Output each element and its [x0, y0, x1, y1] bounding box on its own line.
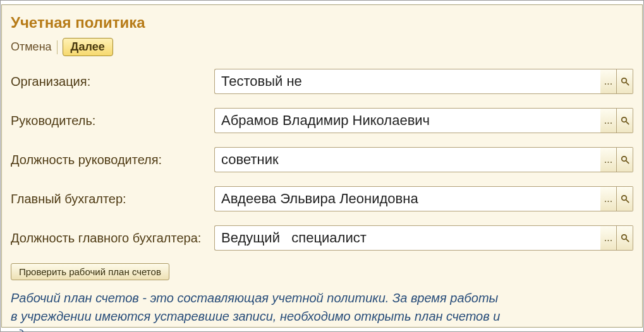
form: Организация: ... Руководитель: ... — [11, 69, 633, 251]
label-head-position: Должность руководителя: — [11, 153, 210, 167]
magnifier-icon — [621, 194, 629, 203]
svg-line-1 — [626, 83, 628, 85]
lookup-button-head-position[interactable] — [617, 147, 633, 172]
select-button-head[interactable]: ... — [600, 108, 617, 133]
select-button-accountant-position[interactable]: ... — [600, 225, 617, 251]
magnifier-icon — [621, 116, 629, 125]
ellipsis-icon: ... — [604, 76, 612, 87]
ctrl-head-position: ... — [214, 147, 633, 172]
app-window: Учетная политика Отмена Далее Организаци… — [0, 0, 644, 332]
ctrl-organization: ... — [214, 69, 633, 94]
ctrl-accountant: ... — [214, 186, 633, 211]
ctrl-accountant-position: ... — [214, 225, 633, 251]
info-note: Рабочий план счетов - это составляющая у… — [11, 289, 504, 332]
input-head[interactable] — [214, 108, 600, 133]
label-accountant-position: Должность главного бухгалтера: — [11, 231, 210, 246]
ellipsis-icon: ... — [604, 193, 612, 205]
lookup-button-accountant[interactable] — [617, 186, 633, 211]
magnifier-icon — [621, 77, 629, 86]
input-accountant[interactable] — [214, 186, 600, 211]
separator — [57, 40, 58, 54]
svg-line-3 — [626, 122, 628, 124]
ellipsis-icon: ... — [604, 154, 612, 165]
row-accountant: Главный бухгалтер: ... — [11, 186, 633, 211]
select-button-organization[interactable]: ... — [600, 69, 617, 94]
ellipsis-icon: ... — [604, 232, 612, 244]
cancel-button[interactable]: Отмена — [11, 40, 52, 54]
lookup-button-head[interactable] — [617, 108, 633, 133]
input-head-position[interactable] — [214, 147, 600, 172]
command-row: Отмена Далее — [11, 38, 633, 56]
svg-line-5 — [626, 161, 628, 163]
ctrl-head: ... — [214, 108, 633, 133]
select-button-accountant[interactable]: ... — [600, 186, 617, 211]
lookup-button-organization[interactable] — [617, 69, 633, 94]
check-plan-button[interactable]: Проверить рабочий план счетов — [11, 263, 169, 280]
label-head: Руководитель: — [11, 114, 210, 128]
svg-line-7 — [626, 200, 628, 203]
row-head-position: Должность руководителя: ... — [11, 147, 633, 172]
row-accountant-position: Должность главного бухгалтера: ... — [11, 225, 633, 251]
page-title: Учетная политика — [11, 14, 633, 32]
row-head: Руководитель: ... — [11, 108, 633, 133]
select-button-head-position[interactable]: ... — [600, 147, 617, 172]
row-organization: Организация: ... — [11, 69, 633, 94]
form-panel: Учетная политика Отмена Далее Организаци… — [1, 4, 643, 328]
svg-line-9 — [626, 239, 628, 242]
next-button[interactable]: Далее — [63, 38, 113, 56]
input-accountant-position[interactable] — [214, 225, 600, 251]
magnifier-icon — [621, 234, 629, 242]
label-accountant: Главный бухгалтер: — [11, 192, 210, 206]
input-organization[interactable] — [214, 69, 600, 94]
label-organization: Организация: — [11, 74, 210, 89]
ellipsis-icon: ... — [604, 115, 612, 126]
lookup-button-accountant-position[interactable] — [617, 225, 633, 251]
magnifier-icon — [621, 155, 629, 164]
